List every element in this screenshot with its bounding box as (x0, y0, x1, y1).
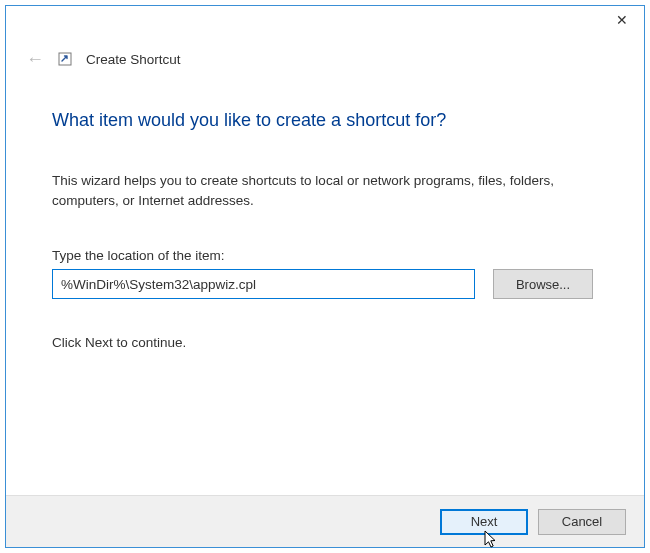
close-icon: ✕ (616, 12, 628, 28)
continue-instruction: Click Next to continue. (52, 335, 598, 350)
cancel-button[interactable]: Cancel (538, 509, 626, 535)
svg-rect-0 (59, 53, 71, 65)
dialog-footer: Next Cancel (6, 495, 644, 547)
dialog-title: Create Shortcut (86, 52, 181, 67)
close-button[interactable]: ✕ (599, 6, 644, 34)
dialog-content: What item would you like to create a sho… (6, 68, 644, 495)
location-input-label: Type the location of the item: (52, 248, 598, 263)
main-heading: What item would you like to create a sho… (52, 110, 598, 131)
back-arrow-icon: ← (26, 50, 44, 68)
next-button[interactable]: Next (440, 509, 528, 535)
location-input[interactable] (52, 269, 475, 299)
wizard-description: This wizard helps you to create shortcut… (52, 171, 572, 210)
dialog-header: ← Create Shortcut (6, 50, 644, 68)
browse-button[interactable]: Browse... (493, 269, 593, 299)
titlebar: ✕ (6, 6, 644, 38)
location-input-row: Browse... (52, 269, 598, 299)
create-shortcut-dialog: ✕ ← Create Shortcut What item would you … (5, 5, 645, 548)
shortcut-applet-icon (58, 52, 72, 66)
